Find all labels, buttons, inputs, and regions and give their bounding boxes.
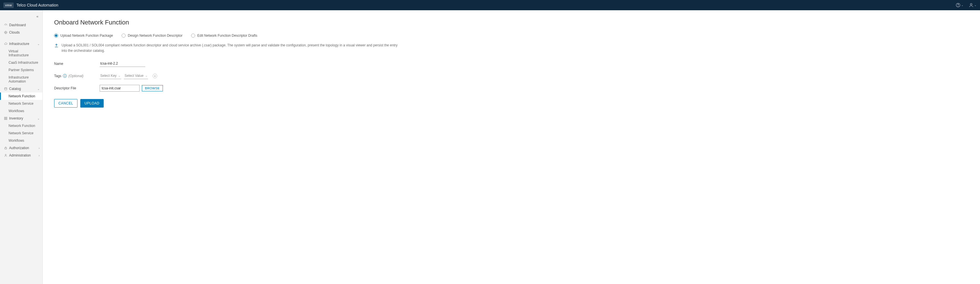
descriptor-file-label: Descriptor File xyxy=(54,86,100,90)
svg-rect-8 xyxy=(5,119,6,120)
radio-label: Edit Network Function Descriptor Drafts xyxy=(197,33,258,38)
sidebar-item-virtual-infrastructure[interactable]: Virtual Infrastructure xyxy=(0,48,43,59)
sidebar-item-dashboard[interactable]: Dashboard xyxy=(0,21,43,29)
chevron-right-icon: › xyxy=(39,146,40,150)
radio-upload-package[interactable]: Upload Network Function Package xyxy=(54,33,113,38)
chevron-down-icon: ⌄ xyxy=(37,87,40,90)
svg-point-2 xyxy=(970,3,972,5)
catalog-icon xyxy=(4,87,7,90)
tags-label: Tags i (Optional) xyxy=(54,74,100,78)
upload-icon xyxy=(54,43,59,49)
sidebar-group-catalog[interactable]: Catalog ⌄ xyxy=(0,85,43,92)
chevron-right-icon: › xyxy=(39,154,40,157)
radio-design-descriptor[interactable]: Design Network Function Descriptor xyxy=(122,33,183,38)
chevron-down-icon: ⌄ xyxy=(37,117,40,120)
dashboard-icon xyxy=(4,23,7,27)
sidebar-group-inventory[interactable]: Inventory ⌄ xyxy=(0,115,43,122)
top-bar: vmw Telco Cloud Automation ⌄ ⌄ xyxy=(0,0,980,10)
radio-selected-icon xyxy=(54,33,58,38)
radio-unselected-icon xyxy=(191,33,195,38)
radio-unselected-icon xyxy=(122,33,126,38)
main-content: Onboard Network Function Upload Network … xyxy=(43,10,980,284)
info-text: Upload a SOL001 / SOL004 compliant netwo… xyxy=(62,43,402,54)
tag-key-select[interactable]: Select Key ⌄ xyxy=(100,73,121,79)
sidebar-item-partner-systems[interactable]: Partner Systems xyxy=(0,66,43,74)
user-icon[interactable]: ⌄ xyxy=(969,3,977,8)
page-title: Onboard Network Function xyxy=(54,19,969,26)
sidebar-item-label: Authorization xyxy=(9,146,29,150)
sidebar-item-inventory-ns[interactable]: Network Service xyxy=(0,130,43,137)
info-message: Upload a SOL001 / SOL004 compliant netwo… xyxy=(54,43,402,54)
descriptor-file-input[interactable] xyxy=(100,85,140,92)
radio-edit-drafts[interactable]: Edit Network Function Descriptor Drafts xyxy=(191,33,258,38)
sidebar-item-catalog-ns[interactable]: Network Service xyxy=(0,100,43,107)
chevron-down-icon: ⌄ xyxy=(145,74,148,77)
svg-rect-7 xyxy=(6,117,7,118)
sidebar-item-catalog-wf[interactable]: Workflows xyxy=(0,107,43,115)
sidebar-item-catalog-nf[interactable]: Network Function xyxy=(0,92,43,100)
upload-button[interactable]: UPLOAD xyxy=(80,99,103,108)
collapse-sidebar-icon[interactable]: « xyxy=(0,13,43,21)
sidebar-group-authorization[interactable]: Authorization › xyxy=(0,144,43,152)
sidebar-group-infrastructure[interactable]: Infrastructure ⌄ xyxy=(0,40,43,48)
info-icon[interactable]: i xyxy=(63,74,67,78)
tag-value-select[interactable]: Select Value ⌄ xyxy=(124,73,148,79)
svg-rect-6 xyxy=(5,117,6,118)
admin-icon xyxy=(4,154,7,157)
cloud-icon xyxy=(4,42,7,46)
sidebar-item-caas-infrastructure[interactable]: CaaS Infrastructure xyxy=(0,59,43,66)
chevron-down-icon: ⌄ xyxy=(118,74,121,77)
clouds-icon xyxy=(4,31,7,34)
sidebar-item-inventory-wf[interactable]: Workflows xyxy=(0,137,43,144)
svg-rect-5 xyxy=(5,88,7,90)
onboard-mode-radios: Upload Network Function Package Design N… xyxy=(54,33,969,38)
sidebar-item-label: Dashboard xyxy=(9,23,26,27)
brand-logo: vmw xyxy=(3,3,14,8)
sidebar: « Dashboard Clouds Infrastructure ⌄ Virt… xyxy=(0,10,43,284)
sidebar-item-label: Infrastructure xyxy=(9,42,29,46)
svg-rect-10 xyxy=(5,148,7,149)
sidebar-item-label: Clouds xyxy=(9,30,20,35)
add-tag-button[interactable]: + xyxy=(153,74,157,78)
radio-label: Upload Network Function Package xyxy=(60,33,113,38)
sidebar-item-label: Catalog xyxy=(9,87,21,91)
browse-button[interactable]: BROWSE xyxy=(142,85,163,91)
chevron-down-icon: ⌄ xyxy=(37,43,40,46)
sidebar-item-label: Inventory xyxy=(9,116,23,121)
lock-icon xyxy=(4,146,7,150)
sidebar-item-label: Administration xyxy=(9,153,31,157)
cancel-button[interactable]: CANCEL xyxy=(54,99,78,108)
sidebar-group-administration[interactable]: Administration › xyxy=(0,152,43,159)
inventory-icon xyxy=(4,117,7,120)
name-label: Name xyxy=(54,62,100,66)
sidebar-item-inventory-nf[interactable]: Network Function xyxy=(0,122,43,130)
sidebar-item-infra-automation[interactable]: Infrastructure Automation xyxy=(0,74,43,85)
name-input[interactable] xyxy=(100,60,145,67)
svg-rect-9 xyxy=(6,119,7,120)
svg-point-11 xyxy=(5,154,6,155)
app-title: Telco Cloud Automation xyxy=(16,3,58,7)
optional-hint: (Optional) xyxy=(68,74,83,78)
help-icon[interactable]: ⌄ xyxy=(956,3,964,8)
sidebar-item-clouds[interactable]: Clouds xyxy=(0,29,43,36)
radio-label: Design Network Function Descriptor xyxy=(128,33,183,38)
